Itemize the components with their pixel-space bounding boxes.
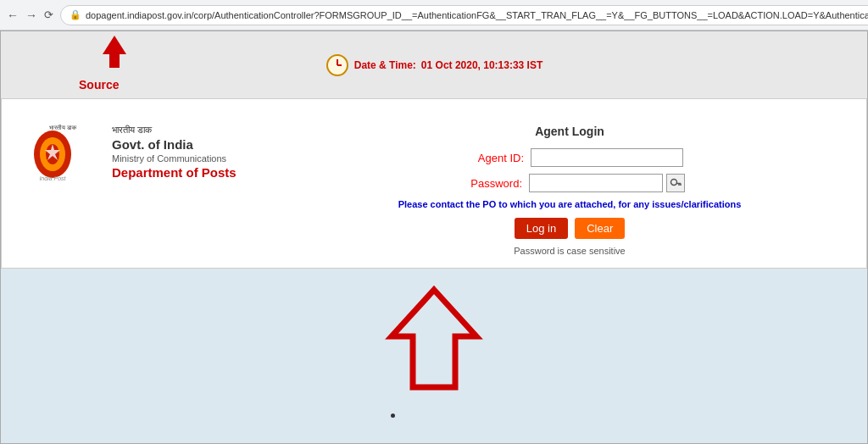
login-button[interactable]: Log in xyxy=(515,218,568,239)
clock-icon xyxy=(326,53,349,77)
svg-marker-14 xyxy=(392,290,476,387)
datetime-label: Date & Time: xyxy=(354,59,416,71)
password-reveal-button[interactable] xyxy=(666,174,685,192)
case-sensitive-note: Password is case sensitive xyxy=(514,246,625,256)
page-wrapper: ← → ⟳ 🔒 dopagent.indiapost.gov.in/corp/A… xyxy=(0,0,868,444)
agent-id-row: Agent ID: xyxy=(456,148,683,167)
lock-icon: 🔒 xyxy=(70,9,81,20)
main-content: भारतीय डाक India Post भारतीय डाक Govt. o… xyxy=(1,99,867,269)
back-button[interactable]: ← xyxy=(7,7,19,24)
govt-text: भारतीय डाक Govt. of India Ministry of Co… xyxy=(112,125,236,180)
login-section: Agent Login Agent ID: Password: xyxy=(298,116,841,256)
govt-of-india: Govt. of India xyxy=(112,137,236,152)
password-label: Password: xyxy=(454,177,522,190)
address-bar[interactable]: 🔒 dopagent.indiapost.gov.in/corp/Authent… xyxy=(60,5,868,25)
agent-login-title: Agent Login xyxy=(535,125,604,138)
password-row: Password: xyxy=(454,174,685,192)
india-post-logo: भारतीय डाक India Post xyxy=(27,116,99,188)
key-icon xyxy=(670,177,682,189)
source-arrow-shaft xyxy=(109,54,120,68)
button-row: Log in Clear xyxy=(515,218,626,239)
datetime-value: 01 Oct 2020, 10:13:33 IST xyxy=(421,59,542,71)
svg-point-10 xyxy=(671,180,677,186)
contact-message: Please contact the PO to which you are a… xyxy=(398,199,742,209)
satyamev-text: भारतीय डाक xyxy=(112,125,236,136)
agent-id-label: Agent ID: xyxy=(456,152,524,164)
svg-text:भारतीय डाक: भारतीय डाक xyxy=(49,125,77,131)
dot-indicator xyxy=(391,413,395,418)
password-input[interactable] xyxy=(529,174,663,192)
source-arrow-head xyxy=(103,36,126,54)
password-input-group xyxy=(529,174,685,192)
source-label: Source xyxy=(79,78,119,92)
datetime-area: Date & Time: 01 Oct 2020, 10:13:33 IST xyxy=(326,53,543,77)
reload-button[interactable]: ⟳ xyxy=(44,7,53,24)
bottom-area xyxy=(1,269,867,443)
content-frame: Source Date & Time: 01 Oct 2020, 10:13:3… xyxy=(0,31,868,444)
department-text: Department of Posts xyxy=(112,165,236,180)
source-arrow xyxy=(103,36,126,68)
forward-button[interactable]: → xyxy=(25,7,37,24)
logo-section: भारतीय डाक India Post भारतीय डाक Govt. o… xyxy=(27,116,298,188)
large-arrow-up xyxy=(383,286,485,396)
ministry-text: Ministry of Communications xyxy=(112,153,236,164)
source-area: Source Date & Time: 01 Oct 2020, 10:13:3… xyxy=(1,31,867,99)
url-text: dopagent.indiapost.gov.in/corp/Authentic… xyxy=(86,10,868,20)
clear-button[interactable]: Clear xyxy=(575,218,625,239)
browser-chrome: ← → ⟳ 🔒 dopagent.indiapost.gov.in/corp/A… xyxy=(0,0,868,31)
agent-id-input[interactable] xyxy=(531,148,683,167)
svg-text:India Post: India Post xyxy=(39,175,66,181)
